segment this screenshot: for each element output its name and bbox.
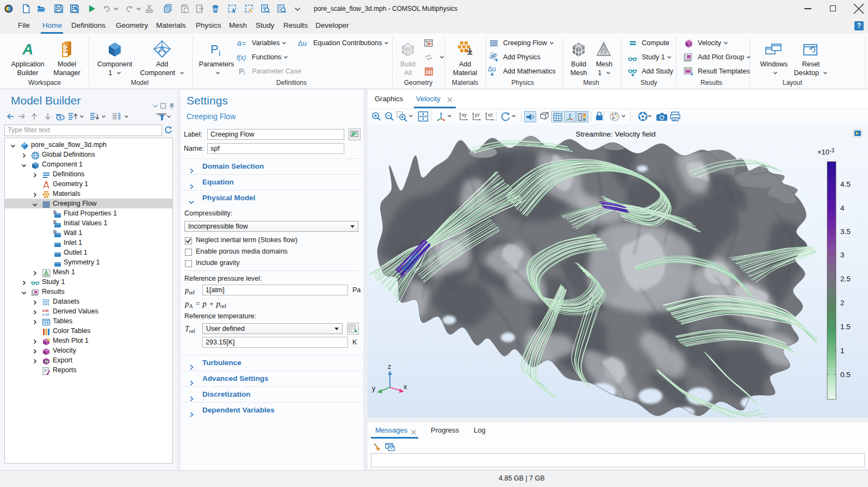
svg-text:4.5: 4.5	[840, 180, 851, 188]
svg-text:P: P	[210, 42, 219, 56]
svg-text:D: D	[53, 210, 57, 215]
svg-text:i: i	[219, 48, 220, 58]
svg-text:0.5: 0.5	[840, 371, 851, 379]
svg-text:Streamline: Velocity field: Streamline: Velocity field	[575, 130, 655, 138]
svg-text:xy: xy	[462, 112, 467, 118]
svg-text:y: y	[372, 385, 376, 392]
svg-text:f(x): f(x)	[237, 54, 246, 61]
svg-text:yz: yz	[475, 112, 480, 118]
svg-text:e-12: e-12	[42, 313, 49, 316]
svg-text:1.5: 1.5	[840, 323, 851, 331]
svg-text:Δu: Δu	[298, 39, 307, 47]
svg-text:A: A	[22, 41, 33, 58]
svg-text:z: z	[388, 363, 391, 371]
svg-text:x: x	[404, 383, 407, 391]
svg-text:D: D	[53, 220, 57, 225]
svg-text:D: D	[53, 230, 57, 235]
svg-text:2.5: 2.5	[840, 275, 851, 283]
svg-text:=: =	[242, 40, 246, 47]
svg-text:a: a	[237, 39, 241, 47]
svg-text:xz: xz	[488, 112, 493, 118]
svg-text:2: 2	[840, 299, 845, 307]
svg-text:i: i	[244, 70, 245, 76]
svg-text:P: P	[239, 67, 244, 76]
svg-text:1: 1	[840, 347, 845, 355]
svg-text:Δu: Δu	[488, 65, 496, 73]
svg-text:3.5: 3.5	[840, 227, 851, 236]
svg-text:3: 3	[840, 251, 845, 259]
svg-text:8.85: 8.85	[42, 309, 49, 312]
svg-text:4: 4	[840, 204, 845, 212]
